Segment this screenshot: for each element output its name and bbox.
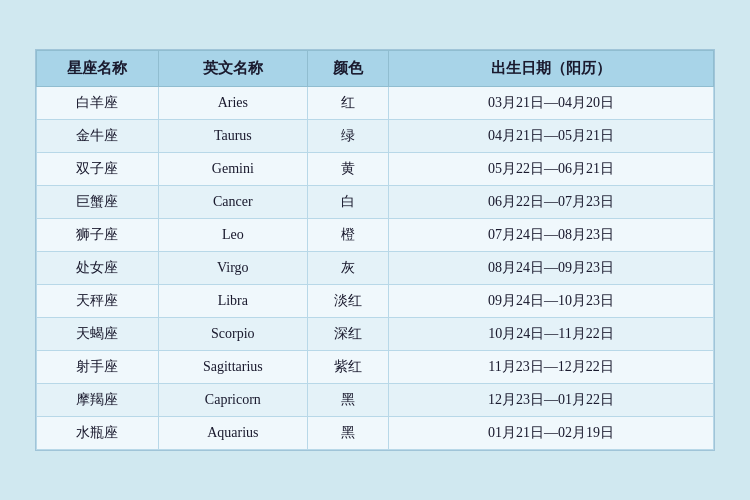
header-chinese: 星座名称: [37, 51, 159, 87]
cell-english: Leo: [158, 219, 307, 252]
cell-color: 红: [307, 87, 388, 120]
cell-english: Taurus: [158, 120, 307, 153]
table-row: 射手座Sagittarius紫红11月23日—12月22日: [37, 351, 714, 384]
cell-english: Sagittarius: [158, 351, 307, 384]
cell-color: 黑: [307, 417, 388, 450]
zodiac-table: 星座名称 英文名称 颜色 出生日期（阳历） 白羊座Aries红03月21日—04…: [36, 50, 714, 450]
cell-date: 07月24日—08月23日: [389, 219, 714, 252]
cell-chinese: 水瓶座: [37, 417, 159, 450]
table-row: 白羊座Aries红03月21日—04月20日: [37, 87, 714, 120]
cell-color: 绿: [307, 120, 388, 153]
table-row: 金牛座Taurus绿04月21日—05月21日: [37, 120, 714, 153]
cell-chinese: 白羊座: [37, 87, 159, 120]
cell-date: 08月24日—09月23日: [389, 252, 714, 285]
table-row: 处女座Virgo灰08月24日—09月23日: [37, 252, 714, 285]
cell-date: 06月22日—07月23日: [389, 186, 714, 219]
cell-chinese: 巨蟹座: [37, 186, 159, 219]
cell-color: 黑: [307, 384, 388, 417]
cell-chinese: 摩羯座: [37, 384, 159, 417]
cell-english: Aries: [158, 87, 307, 120]
cell-english: Scorpio: [158, 318, 307, 351]
table-header-row: 星座名称 英文名称 颜色 出生日期（阳历）: [37, 51, 714, 87]
table-row: 天秤座Libra淡红09月24日—10月23日: [37, 285, 714, 318]
cell-date: 09月24日—10月23日: [389, 285, 714, 318]
cell-date: 10月24日—11月22日: [389, 318, 714, 351]
cell-english: Capricorn: [158, 384, 307, 417]
cell-color: 深红: [307, 318, 388, 351]
cell-date: 04月21日—05月21日: [389, 120, 714, 153]
cell-date: 05月22日—06月21日: [389, 153, 714, 186]
cell-chinese: 天蝎座: [37, 318, 159, 351]
cell-chinese: 金牛座: [37, 120, 159, 153]
cell-english: Gemini: [158, 153, 307, 186]
cell-color: 白: [307, 186, 388, 219]
table-row: 巨蟹座Cancer白06月22日—07月23日: [37, 186, 714, 219]
cell-date: 11月23日—12月22日: [389, 351, 714, 384]
table-row: 摩羯座Capricorn黑12月23日—01月22日: [37, 384, 714, 417]
cell-color: 橙: [307, 219, 388, 252]
cell-english: Virgo: [158, 252, 307, 285]
table-row: 双子座Gemini黄05月22日—06月21日: [37, 153, 714, 186]
cell-color: 灰: [307, 252, 388, 285]
table-row: 水瓶座Aquarius黑01月21日—02月19日: [37, 417, 714, 450]
cell-chinese: 狮子座: [37, 219, 159, 252]
header-color: 颜色: [307, 51, 388, 87]
cell-english: Libra: [158, 285, 307, 318]
cell-color: 紫红: [307, 351, 388, 384]
cell-date: 01月21日—02月19日: [389, 417, 714, 450]
cell-color: 淡红: [307, 285, 388, 318]
cell-english: Cancer: [158, 186, 307, 219]
cell-chinese: 射手座: [37, 351, 159, 384]
cell-chinese: 天秤座: [37, 285, 159, 318]
header-date: 出生日期（阳历）: [389, 51, 714, 87]
cell-color: 黄: [307, 153, 388, 186]
zodiac-table-container: 星座名称 英文名称 颜色 出生日期（阳历） 白羊座Aries红03月21日—04…: [35, 49, 715, 451]
header-english: 英文名称: [158, 51, 307, 87]
cell-english: Aquarius: [158, 417, 307, 450]
cell-chinese: 处女座: [37, 252, 159, 285]
table-row: 狮子座Leo橙07月24日—08月23日: [37, 219, 714, 252]
cell-date: 03月21日—04月20日: [389, 87, 714, 120]
cell-date: 12月23日—01月22日: [389, 384, 714, 417]
table-row: 天蝎座Scorpio深红10月24日—11月22日: [37, 318, 714, 351]
cell-chinese: 双子座: [37, 153, 159, 186]
table-body: 白羊座Aries红03月21日—04月20日金牛座Taurus绿04月21日—0…: [37, 87, 714, 450]
